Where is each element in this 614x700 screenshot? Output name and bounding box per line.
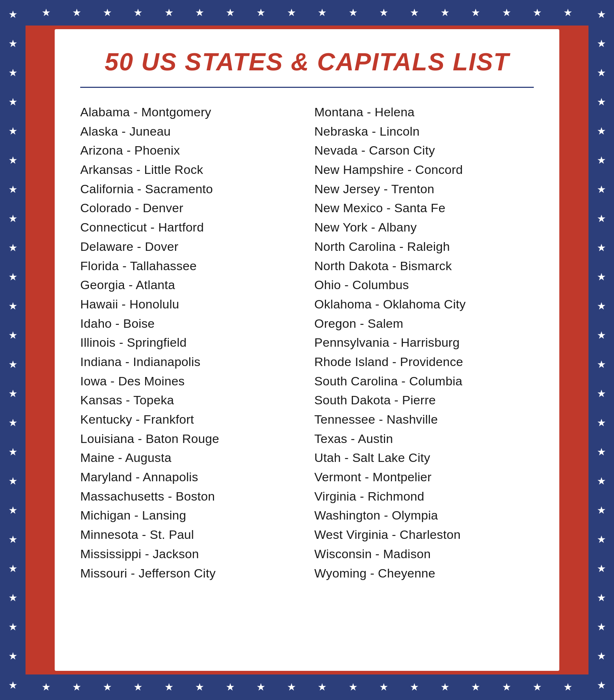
star-icon: ★ xyxy=(8,184,18,195)
state-item: Louisiana - Baton Rouge xyxy=(80,429,300,448)
star-icon: ★ xyxy=(597,126,606,136)
star-icon: ★ xyxy=(440,682,450,692)
right-column: Montana - HelenaNebraska - LincolnNevada… xyxy=(314,102,534,583)
star-icon: ★ xyxy=(8,593,18,603)
star-icon: ★ xyxy=(287,682,296,692)
state-item: Pennsylvania - Harrisburg xyxy=(314,333,534,352)
star-icon: ★ xyxy=(502,8,511,18)
star-icon: ★ xyxy=(597,447,606,457)
state-item: Nebraska - Lincoln xyxy=(314,122,534,141)
star-icon: ★ xyxy=(379,8,388,18)
star-icon: ★ xyxy=(533,682,542,692)
state-item: West Virginia - Charleston xyxy=(314,525,534,544)
state-item: Arkansas - Little Rock xyxy=(80,160,300,179)
star-icon: ★ xyxy=(597,39,606,49)
star-icon: ★ xyxy=(410,682,419,692)
top-stars-strip: ★ ★ ★ ★ ★ ★ ★ ★ ★ ★ ★ ★ ★ ★ ★ ★ ★ ★ ★ ★ xyxy=(0,0,614,26)
star-icon: ★ xyxy=(597,272,606,282)
state-item: Delaware - Dover xyxy=(80,237,300,256)
star-icon: ★ xyxy=(597,243,606,253)
star-icon: ★ xyxy=(502,682,511,692)
star-icon: ★ xyxy=(8,155,18,166)
star-icon: ★ xyxy=(8,447,18,457)
state-item: Nevada - Carson City xyxy=(314,141,534,160)
star-icon: ★ xyxy=(8,418,18,428)
star-icon: ★ xyxy=(226,8,235,18)
state-item: New Mexico - Santa Fe xyxy=(314,198,534,218)
star-icon: ★ xyxy=(8,534,18,545)
star-icon: ★ xyxy=(597,476,606,486)
star-icon: ★ xyxy=(133,8,143,18)
state-item: New Hampshire - Concord xyxy=(314,160,534,179)
star-icon: ★ xyxy=(318,682,327,692)
state-item: New Jersey - Trenton xyxy=(314,179,534,199)
star-icon: ★ xyxy=(8,68,18,78)
star-icon: ★ xyxy=(349,682,358,692)
star-icon: ★ xyxy=(133,682,143,692)
state-item: Massachusetts - Boston xyxy=(80,487,300,506)
state-item: Maine - Augusta xyxy=(80,448,300,467)
star-icon: ★ xyxy=(471,8,480,18)
outer-border: ★ ★ ★ ★ ★ ★ ★ ★ ★ ★ ★ ★ ★ ★ ★ ★ ★ ★ ★ ★ … xyxy=(0,0,614,700)
state-item: Maryland - Annapolis xyxy=(80,467,300,487)
state-item: Kansas - Topeka xyxy=(80,390,300,410)
state-item: New York - Albany xyxy=(314,218,534,237)
star-icon: ★ xyxy=(226,682,235,692)
state-item: Colorado - Denver xyxy=(80,198,300,218)
state-item: California - Sacramento xyxy=(80,179,300,199)
state-item: Texas - Austin xyxy=(314,429,534,448)
star-icon: ★ xyxy=(8,330,18,341)
state-item: Mississippi - Jackson xyxy=(80,544,300,564)
states-grid: Alabama - MontgomeryAlaska - JuneauArizo… xyxy=(80,102,534,583)
star-icon: ★ xyxy=(8,564,18,574)
star-icon: ★ xyxy=(597,330,606,341)
state-item: Connecticut - Hartford xyxy=(80,218,300,237)
state-item: Minnesota - St. Paul xyxy=(80,525,300,544)
bottom-stars-strip: ★ ★ ★ ★ ★ ★ ★ ★ ★ ★ ★ ★ ★ ★ ★ ★ ★ ★ ★ ★ xyxy=(0,674,614,700)
state-item: North Carolina - Raleigh xyxy=(314,237,534,256)
state-item: Tennessee - Nashville xyxy=(314,410,534,429)
star-icon: ★ xyxy=(597,214,606,224)
star-icon: ★ xyxy=(8,272,18,282)
right-stars-strip: ★ ★ ★ ★ ★ ★ ★ ★ ★ ★ ★ ★ ★ ★ ★ ★ ★ ★ ★ ★ … xyxy=(588,0,614,700)
state-item: Kentucky - Frankfort xyxy=(80,410,300,429)
state-item: Arizona - Phoenix xyxy=(80,141,300,160)
star-icon: ★ xyxy=(8,651,18,661)
star-icon: ★ xyxy=(8,39,18,49)
state-item: Georgia - Atlanta xyxy=(80,275,300,295)
star-icon: ★ xyxy=(410,8,419,18)
left-stars-strip: ★ ★ ★ ★ ★ ★ ★ ★ ★ ★ ★ ★ ★ ★ ★ ★ ★ ★ ★ ★ … xyxy=(0,0,26,700)
star-icon: ★ xyxy=(195,682,204,692)
star-icon: ★ xyxy=(563,682,572,692)
state-item: Oregon - Salem xyxy=(314,314,534,333)
star-icon: ★ xyxy=(8,301,18,311)
divider xyxy=(80,87,534,88)
left-column: Alabama - MontgomeryAlaska - JuneauArizo… xyxy=(80,102,300,583)
star-icon: ★ xyxy=(8,476,18,486)
star-icon: ★ xyxy=(597,184,606,195)
star-icon: ★ xyxy=(195,8,204,18)
star-icon: ★ xyxy=(597,564,606,574)
star-icon: ★ xyxy=(8,126,18,136)
star-icon: ★ xyxy=(597,622,606,632)
star-icon: ★ xyxy=(597,97,606,107)
star-icon: ★ xyxy=(8,680,18,691)
star-icon: ★ xyxy=(8,243,18,253)
star-icon: ★ xyxy=(597,680,606,691)
star-icon: ★ xyxy=(8,389,18,399)
star-icon: ★ xyxy=(440,8,450,18)
star-icon: ★ xyxy=(563,8,572,18)
star-icon: ★ xyxy=(597,301,606,311)
state-item: Florida - Tallahassee xyxy=(80,256,300,276)
state-item: Rhode Island - Providence xyxy=(314,352,534,372)
state-item: South Dakota - Pierre xyxy=(314,390,534,410)
star-icon: ★ xyxy=(597,155,606,166)
state-item: Alabama - Montgomery xyxy=(80,102,300,122)
star-icon: ★ xyxy=(8,214,18,224)
state-item: North Dakota - Bismarck xyxy=(314,256,534,276)
star-icon: ★ xyxy=(103,682,112,692)
star-icon: ★ xyxy=(287,8,296,18)
state-item: Wisconsin - Madison xyxy=(314,544,534,564)
star-icon: ★ xyxy=(597,68,606,78)
star-icon: ★ xyxy=(597,593,606,603)
